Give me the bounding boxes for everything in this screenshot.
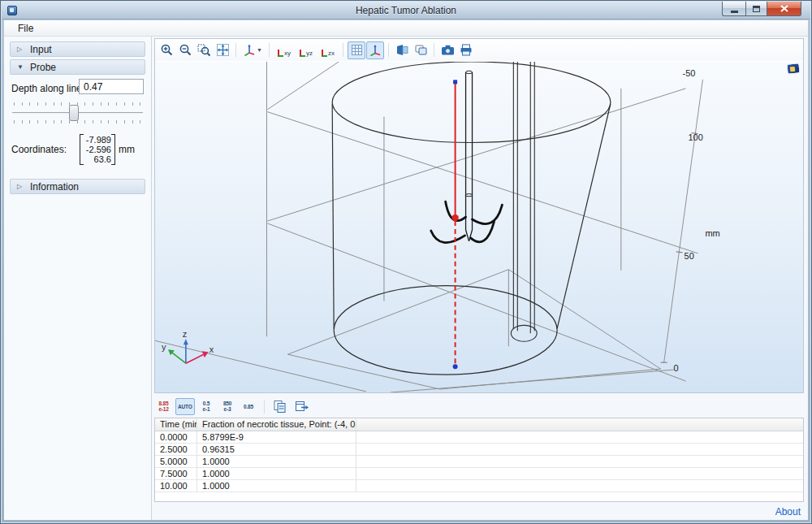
zoom-out-icon — [179, 43, 192, 57]
maximize-icon — [753, 6, 760, 12]
settings-sidebar: ▷ Input ▼ Probe Depth along line: — [4, 37, 152, 520]
default-3d-view-button[interactable]: ▼ — [240, 41, 265, 59]
minimize-button[interactable] — [722, 2, 745, 16]
go-to-xy-view-button[interactable]: xy — [274, 41, 295, 59]
table-row[interactable]: 10.000 1.0000 — [155, 480, 803, 492]
about-link[interactable]: About — [775, 506, 801, 518]
engineering-label-bottom: e-3 — [224, 406, 231, 412]
table-toolbar: 8.85 e-12 AUTO 0.5 e-1 850 e-3 0.85 — [154, 396, 312, 416]
table-row[interactable]: 7.5000 1.0000 — [155, 468, 803, 480]
section-information-label: Information — [30, 181, 79, 193]
automatic-notation-button[interactable]: AUTO — [175, 398, 195, 415]
coordinate-x: -7.989 — [84, 135, 111, 145]
cell-time: 0.0000 — [155, 431, 197, 443]
printer-icon — [460, 44, 473, 56]
cell-time: 5.0000 — [155, 456, 197, 467]
cell-time: 10.000 — [155, 480, 197, 492]
section-probe-label: Probe — [30, 62, 56, 73]
results-table[interactable]: Time (min) Fraction of necrotic tissue, … — [154, 418, 804, 502]
yz-view-label: yz — [306, 50, 313, 57]
title-bar[interactable]: Hepatic Tumor Ablation — [2, 2, 810, 19]
view-triad-icon — [243, 43, 256, 57]
grid-icon — [351, 44, 363, 56]
decimal-notation-button[interactable]: 0.85 — [240, 398, 258, 415]
coordinate-y: -2.596 — [84, 145, 111, 154]
coordinate-z: 63.6 — [84, 154, 111, 164]
toolbar-separator — [343, 43, 343, 57]
show-axis-orientation-toggle[interactable] — [366, 41, 384, 59]
toolbar-separator — [269, 43, 270, 57]
section-probe[interactable]: ▼ Probe — [10, 59, 145, 75]
coordinates-unit: mm — [119, 144, 135, 155]
show-grid-toggle[interactable] — [348, 41, 365, 59]
depth-along-line-label: Depth along line: — [11, 83, 84, 94]
app-content: ▷ Input ▼ Probe Depth along line: — [4, 37, 808, 520]
col-header-fraction[interactable]: Fraction of necrotic tissue, Point: (-4,… — [197, 418, 356, 431]
zoom-box-button[interactable] — [195, 41, 213, 59]
depth-slider[interactable] — [11, 102, 144, 124]
triad-y-label: y — [162, 342, 166, 352]
decimal-label: 0.85 — [244, 404, 253, 409]
probe-depth-point[interactable] — [451, 214, 458, 221]
graphics-view[interactable]: -50 100 50 mm 0 — [155, 62, 803, 392]
table-row[interactable]: 2.5000 0.96315 — [155, 444, 803, 456]
window-controls — [722, 2, 801, 16]
axis-tick-100: 100 — [689, 132, 703, 142]
close-button[interactable] — [767, 2, 801, 16]
table-row[interactable]: 5.0000 1.0000 — [155, 456, 803, 468]
full-precision-button[interactable]: 8.85 e-12 — [154, 398, 173, 415]
scientific-notation-button[interactable]: 0.5 e-1 — [197, 398, 216, 415]
export-table-button[interactable] — [292, 397, 312, 415]
chevron-right-icon: ▷ — [17, 45, 30, 53]
vessel-cylinder — [511, 62, 537, 341]
table-row[interactable]: 0.0000 5.8799E-9 — [155, 431, 803, 444]
depth-along-line-input[interactable] — [79, 79, 144, 94]
copy-table-button[interactable] — [270, 397, 290, 415]
toolbar-separator — [388, 43, 389, 57]
cell-time: 2.5000 — [155, 444, 197, 455]
axis-mark-icon — [300, 50, 305, 57]
graphics-scene[interactable]: -50 100 50 mm 0 — [155, 62, 803, 392]
image-snapshot-button[interactable] — [438, 41, 456, 59]
slider-thumb[interactable] — [69, 105, 79, 121]
maximize-button[interactable] — [745, 2, 767, 16]
section-information[interactable]: ▷ Information — [10, 179, 145, 194]
cell-fraction: 0.96315 — [197, 444, 356, 455]
cell-fraction: 1.0000 — [197, 468, 356, 479]
window-icon — [7, 6, 17, 15]
col-header-time[interactable]: Time (min) — [155, 418, 197, 431]
probe-line[interactable] — [451, 80, 458, 369]
zx-view-label: zx — [328, 50, 335, 57]
section-input[interactable]: ▷ Input — [10, 41, 145, 57]
zoom-in-button[interactable] — [158, 41, 175, 59]
axis-tick-0: 0 — [674, 363, 679, 373]
coordinates-row: Coordinates: -7.989 -2.596 63.6 mm — [11, 134, 144, 165]
axis-orientation-icon — [369, 44, 382, 57]
window-title: Hepatic Tumor Ablation — [2, 5, 810, 16]
plot-window-icon[interactable] — [786, 63, 800, 75]
line-start-point — [453, 80, 457, 84]
go-to-zx-view-button[interactable]: zx — [317, 41, 339, 59]
camera-icon — [441, 44, 455, 56]
slider-ticks-bottom — [14, 120, 141, 123]
tissue-cylinder — [332, 62, 611, 375]
cell-fraction: 1.0000 — [197, 456, 356, 467]
menu-file[interactable]: File — [13, 21, 38, 36]
print-button[interactable] — [457, 41, 475, 59]
transparency-button[interactable] — [393, 41, 411, 59]
chevron-right-icon: ▷ — [17, 183, 30, 190]
col-header-empty — [356, 418, 803, 431]
transparency-icon — [395, 44, 409, 56]
axis-mark-icon — [278, 50, 283, 57]
engineering-label-top: 850 — [223, 401, 231, 406]
app-window: Hepatic Tumor Ablation File ▷ Input ▼ — [0, 0, 812, 524]
full-precision-label-bottom: e-12 — [158, 406, 168, 412]
scene-light-button[interactable] — [412, 41, 430, 59]
zoom-out-button[interactable] — [176, 41, 194, 59]
engineering-notation-button[interactable]: 850 e-3 — [218, 398, 237, 415]
electrode-arms — [431, 201, 503, 242]
go-to-yz-view-button[interactable]: yz — [296, 41, 317, 59]
zoom-extents-button[interactable] — [214, 41, 231, 59]
coordinates-label: Coordinates: — [11, 144, 80, 155]
export-table-icon — [295, 400, 309, 413]
